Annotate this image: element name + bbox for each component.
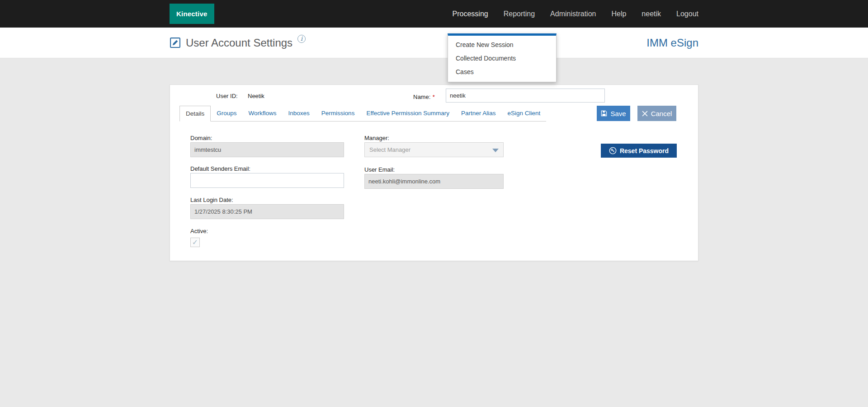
- name-label: Name: *: [413, 93, 435, 101]
- edit-document-icon: [170, 37, 181, 48]
- user-id-value: Neetik: [248, 93, 264, 99]
- brand-imm-esign: IMM eSign: [646, 37, 698, 49]
- manager-label: Manager:: [364, 135, 389, 141]
- kinective-logo[interactable]: Kinective: [170, 4, 214, 24]
- key-icon: [609, 147, 617, 154]
- active-label: Active:: [190, 228, 208, 234]
- menu-item-collected-documents[interactable]: Collected Documents: [448, 51, 556, 65]
- nav-item-logout[interactable]: Logout: [676, 10, 698, 18]
- manager-select: Select Manager: [364, 142, 504, 157]
- topbar: Kinective Processing Reporting Administr…: [0, 0, 868, 28]
- tab-workflows[interactable]: Workflows: [243, 106, 283, 121]
- default-senders-email-input[interactable]: [190, 173, 344, 188]
- top-nav: Processing Reporting Administration Help…: [453, 10, 698, 18]
- tab-esign-client[interactable]: eSign Client: [502, 106, 547, 121]
- domain-label: Domain:: [190, 135, 212, 141]
- nav-item-help[interactable]: Help: [611, 10, 626, 18]
- cancel-button[interactable]: Cancel: [637, 106, 676, 121]
- nav-item-username[interactable]: neetik: [642, 10, 661, 18]
- tab-inboxes[interactable]: Inboxes: [283, 106, 316, 121]
- chevron-down-icon: [492, 149, 499, 152]
- tab-details[interactable]: Details: [179, 106, 211, 122]
- name-input[interactable]: [446, 89, 605, 103]
- nav-item-reporting[interactable]: Reporting: [504, 10, 535, 18]
- user-id-label: User ID:: [216, 93, 238, 99]
- check-icon: ✓: [192, 238, 198, 247]
- save-icon: [601, 110, 607, 117]
- tab-permissions[interactable]: Permissions: [316, 106, 361, 121]
- info-icon[interactable]: i: [297, 35, 306, 43]
- menu-item-cases[interactable]: Cases: [448, 65, 556, 79]
- save-button[interactable]: Save: [597, 106, 630, 121]
- nav-item-administration[interactable]: Administration: [550, 10, 596, 18]
- tab-effective-permission-summary[interactable]: Effective Permission Summary: [360, 106, 455, 121]
- active-checkbox: ✓: [190, 238, 200, 247]
- tab-groups[interactable]: Groups: [211, 106, 242, 121]
- page-header: User Account Settings i IMM eSign: [0, 28, 868, 58]
- processing-dropdown-menu: Create New Session Collected Documents C…: [448, 33, 557, 82]
- reset-password-button[interactable]: Reset Password: [601, 144, 677, 158]
- required-asterisk: *: [433, 94, 435, 100]
- tab-bar: Details Groups Workflows Inboxes Permiss…: [179, 106, 546, 122]
- last-login-date-label: Last Login Date:: [190, 196, 233, 203]
- user-account-card: User ID: Neetik Name: * Details Groups W…: [170, 84, 698, 261]
- cancel-x-icon: [642, 111, 648, 117]
- manager-placeholder: Select Manager: [369, 146, 410, 153]
- default-senders-email-label: Default Senders Email:: [190, 165, 250, 172]
- main-content: User ID: Neetik Name: * Details Groups W…: [0, 58, 868, 261]
- menu-item-create-new-session[interactable]: Create New Session: [448, 38, 556, 51]
- last-login-date-input: [190, 204, 344, 219]
- domain-input: [190, 142, 344, 157]
- nav-item-processing[interactable]: Processing: [453, 10, 488, 18]
- tab-partner-alias[interactable]: Partner Alias: [455, 106, 502, 121]
- page-title: User Account Settings: [186, 37, 292, 49]
- user-email-input: [364, 174, 504, 189]
- user-email-label: User Email:: [364, 166, 395, 173]
